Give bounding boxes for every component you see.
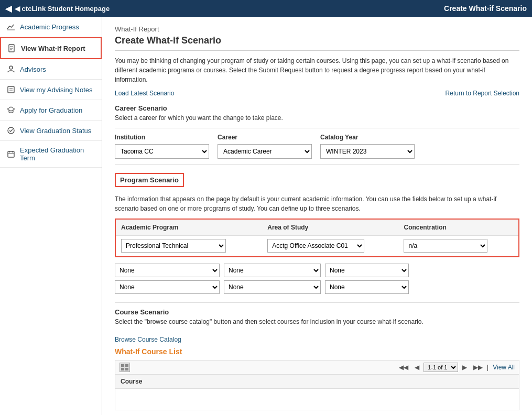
career-label: Career <box>218 134 312 141</box>
program-row2-concentration-select[interactable]: None <box>325 264 409 277</box>
svg-point-5 <box>9 66 13 69</box>
program-row3-program-select[interactable]: None <box>115 280 220 294</box>
sidebar-item-label: Expected Graduation Term <box>20 146 95 162</box>
institution-label: Institution <box>115 134 209 141</box>
sidebar-item-label: View Graduation Status <box>20 127 91 135</box>
career-form-row: Institution Tacoma CC Career Academic Ca… <box>115 128 519 165</box>
top-bar-left: ◀ ◀ ctcLink Student Homepage <box>5 4 110 14</box>
catalog-group: Catalog Year WINTER 2023 <box>320 134 415 159</box>
top-bar: ◀ ◀ ctcLink Student Homepage Create What… <box>0 0 532 17</box>
load-latest-link[interactable]: Load Latest Scenario <box>115 90 174 97</box>
person-icon <box>6 64 16 74</box>
pagination: ◀◀ ◀ 1-1 of 1 ▶ ▶▶ | View All <box>397 363 515 372</box>
course-scenario-section: Course Scenario Select the "browse cours… <box>115 302 519 410</box>
course-col-header: Course <box>115 375 519 389</box>
career-select[interactable]: Academic Career <box>218 144 312 159</box>
catalog-label: Catalog Year <box>320 134 415 141</box>
sidebar-item-advising-notes[interactable]: View my Advising Notes <box>0 80 102 100</box>
svg-rect-16 <box>125 364 128 367</box>
program-row1-area-select[interactable]: Acctg Office Associate C01 <box>267 239 364 253</box>
status-icon <box>6 126 16 135</box>
program-row-1: Professional Technical Acctg Office Asso… <box>116 236 518 256</box>
prev-page-nav[interactable]: ◀ <box>412 363 421 372</box>
institution-group: Institution Tacoma CC <box>115 134 209 159</box>
col-academic-program: Academic Program <box>116 220 262 236</box>
program-row-2: None None None <box>115 264 519 277</box>
return-link[interactable]: Return to Report Selection <box>446 90 519 97</box>
program-row3-concentration-select[interactable]: None <box>325 280 409 294</box>
sidebar-item-graduation-status[interactable]: View Graduation Status <box>0 121 102 141</box>
next-page-nav[interactable]: ▶ <box>460 363 469 372</box>
sidebar-item-label: Apply for Graduation <box>20 106 82 114</box>
sidebar-item-label: Academic Progress <box>20 23 79 31</box>
program-scenario-desc: The information that appears on the page… <box>115 194 519 213</box>
col-area-of-study: Area of Study <box>262 220 398 236</box>
course-table-container: ◀◀ ◀ 1-1 of 1 ▶ ▶▶ | View All Cou <box>115 360 519 410</box>
course-table: Course <box>115 375 519 410</box>
main-layout: Academic Progress View What-if Report <box>0 17 532 415</box>
program-row3-area-select[interactable]: None <box>224 280 321 294</box>
program-row2-program-select[interactable]: None <box>115 264 220 277</box>
sidebar-item-label: View What-if Report <box>21 45 85 52</box>
report-icon <box>7 43 17 53</box>
sidebar-item-advisors[interactable]: Advisors <box>0 59 102 80</box>
main-content: What-If Report Create What-if Scenario Y… <box>102 17 532 415</box>
course-table-toolbar: ◀◀ ◀ 1-1 of 1 ▶ ▶▶ | View All <box>115 361 519 375</box>
svg-rect-18 <box>125 368 128 370</box>
career-section-desc: Select a career for which you want the c… <box>115 114 519 122</box>
program-table: Academic Program Area of Study Concentra… <box>116 220 518 256</box>
course-scenario-title: Course Scenario <box>115 308 519 316</box>
catalog-select[interactable]: WINTER 2023 <box>320 144 415 159</box>
svg-rect-6 <box>8 86 14 93</box>
sidebar-item-academic-progress[interactable]: Academic Progress <box>0 17 102 37</box>
career-section-title: Career Scenario <box>115 104 519 112</box>
sidebar-item-label: Advisors <box>20 65 46 73</box>
graduation-icon <box>6 105 16 115</box>
sidebar-item-label: View my Advising Notes <box>20 86 93 94</box>
link-row: Load Latest Scenario Return to Report Se… <box>115 90 519 97</box>
program-scenario-header: Program Scenario <box>115 173 184 187</box>
back-button[interactable]: ◀ <box>5 4 12 14</box>
program-row-3: None None None <box>115 280 519 294</box>
course-scenario-desc: Select the "browse course catalog" butto… <box>115 318 519 325</box>
col-concentration: Concentration <box>398 220 518 236</box>
svg-marker-9 <box>7 107 15 111</box>
app-title: ◀ ctcLink Student Homepage <box>15 5 110 13</box>
sidebar-item-apply-graduation[interactable]: Apply for Graduation <box>0 100 102 121</box>
page-select[interactable]: 1-1 of 1 <box>424 363 458 372</box>
browse-course-catalog-link[interactable]: Browse Course Catalog <box>115 336 181 343</box>
course-list-title: What-If Course List <box>115 347 519 356</box>
page-subtitle: What-If Report <box>115 25 519 33</box>
page-title: Create What-if Scenario <box>115 35 519 51</box>
page-header-title: Create What-if Scenario <box>444 4 527 13</box>
sidebar: Academic Progress View What-if Report <box>0 17 102 415</box>
program-row2-area-select[interactable]: None <box>224 264 321 277</box>
program-row1-concentration-select[interactable]: n/a <box>404 239 487 253</box>
calendar-icon <box>6 149 16 159</box>
career-group: Career Academic Career <box>218 134 312 159</box>
last-page-nav[interactable]: ▶▶ <box>471 363 485 372</box>
intro-description: You may be thinking of changing your pro… <box>115 56 519 84</box>
sidebar-item-view-whatif[interactable]: View What-if Report <box>0 37 102 59</box>
notes-icon <box>6 85 16 94</box>
course-empty-row <box>115 389 519 410</box>
view-all-link[interactable]: View All <box>493 364 515 371</box>
institution-select[interactable]: Tacoma CC <box>115 144 209 159</box>
svg-rect-15 <box>121 364 124 367</box>
first-page-nav[interactable]: ◀◀ <box>397 363 410 372</box>
divider: | <box>487 364 488 371</box>
program-row1-program-select[interactable]: Professional Technical <box>121 239 226 253</box>
sidebar-item-expected-graduation[interactable]: Expected Graduation Term <box>0 141 102 168</box>
toolbar-grid-icon[interactable] <box>120 363 130 372</box>
program-table-wrapper: Academic Program Area of Study Concentra… <box>115 219 519 257</box>
chart-icon <box>6 22 16 31</box>
svg-rect-17 <box>121 368 124 370</box>
svg-rect-11 <box>8 151 14 157</box>
